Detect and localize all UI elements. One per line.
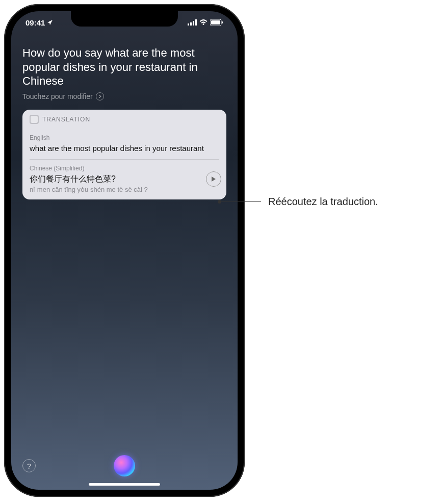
callout-line bbox=[219, 201, 261, 202]
play-icon bbox=[211, 176, 216, 182]
volume-up-button bbox=[5, 106, 7, 136]
siri-orb[interactable] bbox=[114, 455, 135, 476]
svg-rect-5 bbox=[211, 20, 220, 24]
home-indicator[interactable] bbox=[89, 483, 160, 486]
card-header: TRANSLATION bbox=[22, 110, 226, 129]
wifi-icon bbox=[199, 19, 207, 26]
callout-text: Réécoutez la traduction. bbox=[268, 196, 378, 208]
card-header-label: TRANSLATION bbox=[42, 116, 90, 123]
svg-rect-3 bbox=[195, 19, 197, 26]
translation-card: TRANSLATION English what are the most po… bbox=[22, 110, 226, 199]
target-text: 你们餐厅有什么特色菜? bbox=[30, 174, 201, 185]
source-lang-label: English bbox=[30, 134, 219, 141]
location-arrow-icon bbox=[47, 19, 53, 26]
status-time: 09:41 bbox=[25, 18, 45, 27]
signal-icon bbox=[188, 19, 197, 26]
chevron-right-icon bbox=[96, 92, 104, 100]
help-icon: ? bbox=[27, 462, 31, 470]
svg-rect-1 bbox=[190, 22, 192, 26]
volume-down-button bbox=[5, 143, 7, 172]
siri-query-text[interactable]: How do you say what are the most popular… bbox=[22, 46, 226, 88]
target-romanization: nǐ men cān tīng yǒu shén me tè sè cài ? bbox=[30, 186, 201, 193]
side-button bbox=[242, 111, 244, 157]
svg-rect-0 bbox=[188, 23, 189, 26]
mute-switch bbox=[5, 77, 7, 93]
svg-rect-8 bbox=[31, 116, 38, 123]
phone-frame: 09:41 bbox=[4, 4, 245, 497]
battery-icon bbox=[210, 19, 223, 26]
tap-to-edit-button[interactable]: Touchez pour modifier bbox=[22, 92, 226, 100]
notch bbox=[71, 11, 178, 27]
source-text: what are the most popular dishes in your… bbox=[30, 143, 219, 154]
phone-screen: 09:41 bbox=[11, 11, 238, 490]
svg-rect-2 bbox=[193, 21, 194, 26]
app-icon bbox=[30, 115, 39, 124]
help-button[interactable]: ? bbox=[22, 459, 36, 472]
source-section: English what are the most popular dishes… bbox=[22, 129, 226, 160]
callout: Réécoutez la traduction. bbox=[219, 196, 378, 208]
svg-rect-6 bbox=[222, 21, 223, 23]
siri-content: How do you say what are the most popular… bbox=[22, 46, 226, 199]
tap-to-edit-label: Touchez pour modifier bbox=[22, 92, 93, 100]
target-lang-label: Chinese (Simplified) bbox=[30, 165, 201, 172]
target-section: Chinese (Simplified) 你们餐厅有什么特色菜? nǐ men … bbox=[22, 160, 226, 199]
play-translation-button[interactable] bbox=[206, 171, 221, 187]
